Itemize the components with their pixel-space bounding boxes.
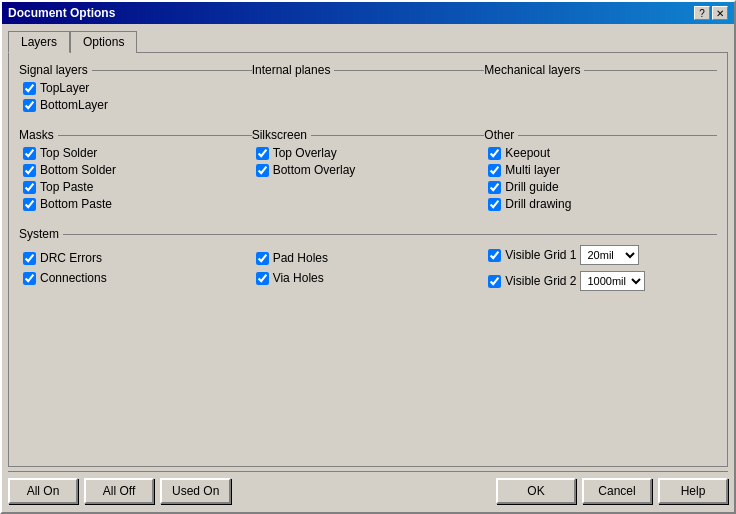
silkscreen-section: Silkscreen Top Overlay Bottom Overlay [252, 128, 485, 211]
used-on-button[interactable]: Used On [160, 478, 231, 504]
other-title: Other [484, 128, 717, 142]
tab-content: Signal layers TopLayer BottomLayer [8, 52, 728, 467]
mechanical-layers-title: Mechanical layers [484, 63, 717, 77]
list-item[interactable]: Pad Holes [256, 251, 485, 265]
tab-options[interactable]: Options [70, 31, 137, 53]
visible-grid-2-checkbox[interactable] [488, 275, 501, 288]
title-bar: Document Options ? ✕ [2, 2, 734, 24]
signal-layers-title: Signal layers [19, 63, 252, 77]
masks-items: Top Solder Bottom Solder Top Paste [19, 146, 252, 211]
system-col3: Visible Grid 1 5mil 10mil 20mil 25mil 50… [484, 245, 717, 291]
system-grid: DRC Errors Connections Pad Holes [19, 245, 717, 291]
list-item[interactable]: TopLayer [23, 81, 252, 95]
connections-checkbox[interactable] [23, 272, 36, 285]
bottom-solder-checkbox[interactable] [23, 164, 36, 177]
system-col1: DRC Errors Connections [19, 251, 252, 285]
list-item[interactable]: Bottom Overlay [256, 163, 485, 177]
document-options-window: Document Options ? ✕ Layers Options Sign… [0, 0, 736, 514]
system-title: System [19, 227, 717, 241]
ok-button[interactable]: OK [496, 478, 576, 504]
other-section: Other Keepout Multi layer [484, 128, 717, 211]
visible-grid-2-dropdown[interactable]: 100mil 200mil 500mil 1000mil [580, 271, 645, 291]
tab-layers[interactable]: Layers [8, 31, 70, 53]
all-on-button[interactable]: All On [8, 478, 78, 504]
list-item[interactable]: DRC Errors [23, 251, 252, 265]
list-item[interactable]: Top Overlay [256, 146, 485, 160]
help-button[interactable]: ? [694, 6, 710, 20]
mid-sections: Masks Top Solder Bottom Solder [19, 128, 717, 211]
tab-bar: Layers Options [8, 30, 728, 52]
via-holes-checkbox[interactable] [256, 272, 269, 285]
bottom-overlay-checkbox[interactable] [256, 164, 269, 177]
pad-holes-checkbox[interactable] [256, 252, 269, 265]
signal-layers-section: Signal layers TopLayer BottomLayer [19, 63, 252, 112]
list-item[interactable]: Drill guide [488, 180, 717, 194]
visible-grid-1-row: Visible Grid 1 5mil 10mil 20mil 25mil 50… [488, 245, 717, 265]
list-item[interactable]: Connections [23, 271, 252, 285]
masks-title: Masks [19, 128, 252, 142]
all-off-button[interactable]: All Off [84, 478, 154, 504]
top-paste-checkbox[interactable] [23, 181, 36, 194]
silkscreen-items: Top Overlay Bottom Overlay [252, 146, 485, 177]
drc-errors-checkbox[interactable] [23, 252, 36, 265]
close-button[interactable]: ✕ [712, 6, 728, 20]
list-item[interactable]: Top Paste [23, 180, 252, 194]
mechanical-layers-section: Mechanical layers [484, 63, 717, 112]
help-button-bottom[interactable]: Help [658, 478, 728, 504]
drill-guide-checkbox[interactable] [488, 181, 501, 194]
top-overlay-checkbox[interactable] [256, 147, 269, 160]
visible-grid-1-dropdown[interactable]: 5mil 10mil 20mil 25mil 50mil 100mil [580, 245, 639, 265]
window-body: Layers Options Signal layers TopLayer [2, 24, 734, 512]
multilayer-checkbox[interactable] [488, 164, 501, 177]
bottomlayer-checkbox[interactable] [23, 99, 36, 112]
list-item[interactable]: Bottom Solder [23, 163, 252, 177]
system-col2: Pad Holes Via Holes [252, 251, 485, 285]
toplayer-checkbox[interactable] [23, 82, 36, 95]
system-section: System DRC Errors Connections [19, 227, 717, 291]
list-item[interactable]: Top Solder [23, 146, 252, 160]
visible-grid-1-checkbox[interactable] [488, 249, 501, 262]
internal-planes-section: Internal planes [252, 63, 485, 112]
masks-section: Masks Top Solder Bottom Solder [19, 128, 252, 211]
cancel-button[interactable]: Cancel [582, 478, 652, 504]
title-bar-buttons: ? ✕ [694, 6, 728, 20]
list-item[interactable]: Drill drawing [488, 197, 717, 211]
bottom-paste-checkbox[interactable] [23, 198, 36, 211]
window-title: Document Options [8, 6, 115, 20]
keepout-checkbox[interactable] [488, 147, 501, 160]
silkscreen-title: Silkscreen [252, 128, 485, 142]
list-item[interactable]: Multi layer [488, 163, 717, 177]
other-items: Keepout Multi layer Drill guide Dri [484, 146, 717, 211]
button-row: All On All Off Used On OK Cancel Help [8, 472, 728, 506]
list-item[interactable]: Via Holes [256, 271, 485, 285]
top-solder-checkbox[interactable] [23, 147, 36, 160]
list-item[interactable]: Bottom Paste [23, 197, 252, 211]
drill-drawing-checkbox[interactable] [488, 198, 501, 211]
list-item[interactable]: BottomLayer [23, 98, 252, 112]
internal-planes-title: Internal planes [252, 63, 485, 77]
signal-layers-items: TopLayer BottomLayer [19, 81, 252, 112]
list-item[interactable]: Keepout [488, 146, 717, 160]
top-sections: Signal layers TopLayer BottomLayer [19, 63, 717, 112]
visible-grid-2-row: Visible Grid 2 100mil 200mil 500mil 1000… [488, 271, 717, 291]
